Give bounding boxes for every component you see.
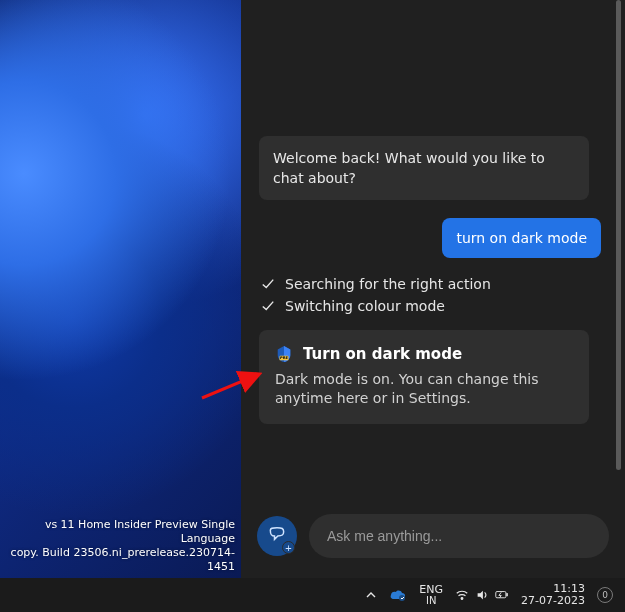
- plus-icon: +: [282, 541, 295, 554]
- bot-message-text: Welcome back! What would you like to cha…: [273, 150, 545, 186]
- windows-insider-watermark: vs 11 Home Insider Preview Single Langua…: [0, 514, 241, 578]
- status-text: Switching colour mode: [285, 298, 445, 314]
- language-indicator[interactable]: ENG IN: [419, 584, 443, 606]
- action-card-dark-mode[interactable]: PRE Turn on dark mode Dark mode is on. Y…: [259, 330, 589, 424]
- date: 27-07-2023: [521, 595, 585, 607]
- status-item-searching: Searching for the right action: [261, 276, 607, 292]
- card-body: Dark mode is on. You can change this any…: [275, 370, 573, 408]
- card-title: Turn on dark mode: [303, 344, 462, 364]
- tray-overflow-icon[interactable]: [365, 589, 377, 601]
- desktop-wallpaper[interactable]: vs 11 Home Insider Preview Single Langua…: [0, 0, 241, 578]
- onedrive-icon[interactable]: [389, 588, 407, 602]
- status-list: Searching for the right action Switching…: [261, 276, 607, 314]
- chat-input-row: +: [241, 502, 625, 578]
- taskbar: ENG IN 11:13 27-07-2023 0: [0, 578, 625, 612]
- user-message: turn on dark mode: [442, 218, 601, 258]
- svg-rect-6: [506, 593, 508, 596]
- svg-text:PRE: PRE: [280, 356, 288, 360]
- svg-point-3: [399, 595, 405, 601]
- bot-message-welcome: Welcome back! What would you like to cha…: [259, 136, 589, 200]
- chat-input[interactable]: [309, 514, 609, 558]
- scrollbar[interactable]: [616, 0, 621, 470]
- system-tray[interactable]: [455, 588, 509, 602]
- check-icon: [261, 277, 275, 291]
- lang-primary: ENG: [419, 584, 443, 595]
- status-item-switching: Switching colour mode: [261, 298, 607, 314]
- volume-icon[interactable]: [475, 588, 489, 602]
- clock[interactable]: 11:13 27-07-2023: [521, 583, 585, 607]
- watermark-line1: vs 11 Home Insider Preview Single Langua…: [6, 518, 235, 546]
- notification-count[interactable]: 0: [597, 587, 613, 603]
- svg-point-4: [461, 598, 463, 600]
- status-text: Searching for the right action: [285, 276, 491, 292]
- chat-panel: Welcome back! What would you like to cha…: [241, 0, 625, 578]
- watermark-line2: copy. Build 23506.ni_prerelease.230714-1…: [6, 546, 235, 574]
- chat-body: Welcome back! What would you like to cha…: [241, 0, 625, 502]
- wifi-icon[interactable]: [455, 588, 469, 602]
- pre-badge-icon: PRE: [275, 345, 293, 363]
- battery-icon[interactable]: [495, 588, 509, 602]
- lang-secondary: IN: [419, 595, 443, 606]
- user-message-text: turn on dark mode: [456, 230, 587, 246]
- new-topic-button[interactable]: +: [257, 516, 297, 556]
- check-icon: [261, 299, 275, 313]
